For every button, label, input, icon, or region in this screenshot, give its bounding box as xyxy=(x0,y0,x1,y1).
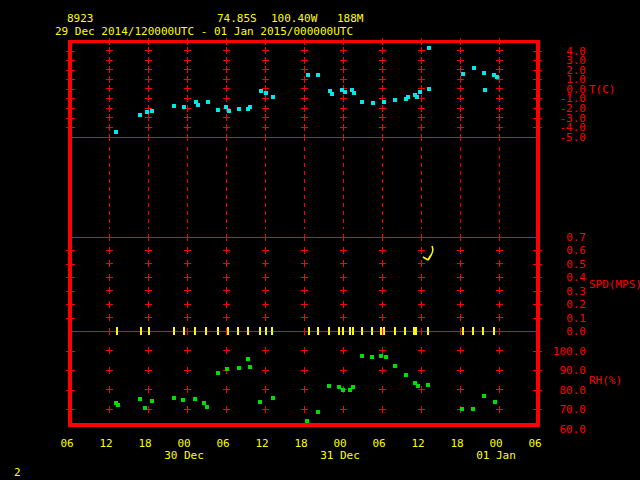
wind-speed-bar xyxy=(205,327,207,335)
rh-tick-label: 70.0 xyxy=(547,404,586,415)
tick-cross xyxy=(262,47,269,54)
tick-cross xyxy=(184,347,191,354)
tick-cross xyxy=(262,134,269,141)
hour-label: 00 xyxy=(333,438,346,449)
tick-cross xyxy=(496,95,503,102)
tick-cross xyxy=(223,114,230,121)
tick-cross xyxy=(340,134,347,141)
tick-cross xyxy=(184,386,191,393)
time-range-title: 29 Dec 2014/120000UTC - 01 Jan 2015/0000… xyxy=(55,26,353,37)
tick-cross xyxy=(418,234,425,241)
tick-cross xyxy=(145,367,152,374)
tick-cross xyxy=(184,406,191,413)
axis-tick-right xyxy=(533,291,542,292)
tick-cross xyxy=(106,247,113,254)
tick-cross xyxy=(262,406,269,413)
tick-cross xyxy=(145,347,152,354)
spd-tick-label: 0.3 xyxy=(547,286,586,297)
tick-cross xyxy=(496,57,503,64)
tick-cross xyxy=(379,234,386,241)
tick-cross xyxy=(301,406,308,413)
rh-point xyxy=(426,383,430,387)
temp-point xyxy=(306,73,310,77)
tick-cross xyxy=(106,386,113,393)
tick-cross xyxy=(379,260,386,267)
temp-point xyxy=(264,91,268,95)
tick-cross xyxy=(301,124,308,131)
axis-tick-right xyxy=(533,127,542,128)
tick-cross xyxy=(145,47,152,54)
axis-tick-left xyxy=(66,351,75,352)
tick-cross xyxy=(106,95,113,102)
tick-cross xyxy=(496,301,503,308)
tick-cross xyxy=(496,38,503,45)
temp-point xyxy=(206,100,210,104)
rh-tick-label: 100.0 xyxy=(547,346,586,357)
tick-cross xyxy=(496,406,503,413)
rh-point xyxy=(360,354,364,358)
tick-cross xyxy=(379,386,386,393)
axis-tick-left xyxy=(66,79,75,80)
tick-cross xyxy=(457,260,464,267)
tick-cross xyxy=(340,114,347,121)
hour-label: 18 xyxy=(138,438,151,449)
tick-cross xyxy=(418,38,425,45)
wind-speed-bar xyxy=(361,327,363,335)
tick-cross xyxy=(184,38,191,45)
temp-point xyxy=(427,87,431,91)
axis-tick-right xyxy=(533,264,542,265)
station-longitude: 100.40W xyxy=(271,13,317,24)
spd-tick-label: 0.4 xyxy=(547,272,586,283)
temp-point xyxy=(330,92,334,96)
axis-tick-left xyxy=(66,304,75,305)
tick-cross xyxy=(145,114,152,121)
tick-cross xyxy=(262,66,269,73)
time-gridline-dashed xyxy=(421,147,422,229)
tick-cross xyxy=(301,260,308,267)
wind-speed-bar xyxy=(394,327,396,335)
tick-cross xyxy=(496,47,503,54)
tick-cross xyxy=(340,57,347,64)
station-elevation: 188M xyxy=(337,13,364,24)
time-gridline-dashed xyxy=(187,147,188,229)
tick-cross xyxy=(301,367,308,374)
tick-cross xyxy=(223,314,230,321)
tick-cross xyxy=(418,367,425,374)
temp-point xyxy=(418,90,422,94)
tick-cross xyxy=(262,301,269,308)
tick-cross xyxy=(223,347,230,354)
tick-cross xyxy=(340,124,347,131)
tick-cross xyxy=(457,386,464,393)
tick-cross xyxy=(184,57,191,64)
rh-point xyxy=(416,384,420,388)
axis-name-wind-speed: SPD(MPS) xyxy=(589,279,640,290)
axis-tick-left xyxy=(66,250,75,251)
tick-cross xyxy=(106,76,113,83)
tick-cross xyxy=(223,406,230,413)
tick-cross xyxy=(418,301,425,308)
axis-tick-left xyxy=(66,60,75,61)
tick-cross xyxy=(418,134,425,141)
date-label: 31 Dec xyxy=(320,450,360,461)
axis-name-humidity: RH(%) xyxy=(589,375,622,386)
temp-point xyxy=(237,107,241,111)
spd-tick-label: 0.2 xyxy=(547,299,586,310)
tick-cross xyxy=(184,234,191,241)
wind-speed-bar xyxy=(342,327,344,335)
axis-tick-right xyxy=(533,51,542,52)
rh-tick-label: 60.0 xyxy=(547,424,586,435)
tick-cross xyxy=(106,105,113,112)
tick-cross xyxy=(106,57,113,64)
tick-cross xyxy=(301,287,308,294)
tick-cross xyxy=(379,76,386,83)
tick-cross xyxy=(106,274,113,281)
hour-label: 12 xyxy=(99,438,112,449)
tick-cross xyxy=(340,367,347,374)
rh-point xyxy=(237,366,241,370)
temp-point xyxy=(427,46,431,50)
rh-point xyxy=(150,399,154,403)
tick-cross xyxy=(457,38,464,45)
tick-cross xyxy=(340,260,347,267)
tick-cross xyxy=(496,124,503,131)
tick-cross xyxy=(184,301,191,308)
